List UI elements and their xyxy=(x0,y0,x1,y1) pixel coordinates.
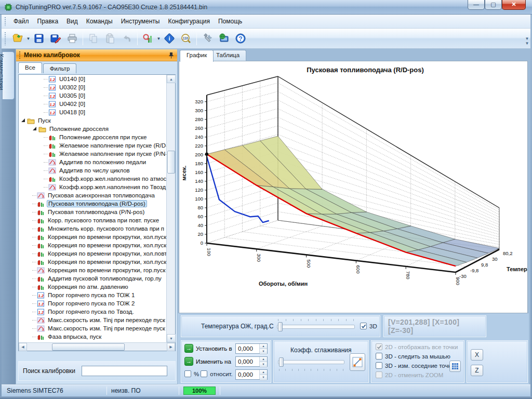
tree-item-label[interactable]: Корр. пускового топлива при повт. пуске xyxy=(47,217,160,223)
tree-item-label[interactable]: Пусковая топливоподача (P/N-pos) xyxy=(47,209,145,215)
tree-item[interactable]: 1.2U0418 [0] xyxy=(19,108,166,116)
tree-item-label[interactable]: Пусковая асинхронная топливоподача xyxy=(47,192,156,198)
help-button[interactable]: ? xyxy=(233,31,248,46)
smoothing-slider-track[interactable] xyxy=(278,360,344,364)
apply-set-button[interactable]: → xyxy=(184,344,193,353)
maximize-button[interactable]: ▢ xyxy=(485,0,502,10)
tree-item[interactable]: AПусковая асинхронная топливоподача xyxy=(19,191,166,200)
interpolate-button[interactable] xyxy=(350,353,365,371)
tree-item[interactable]: 1.2U0302 [0] xyxy=(19,83,166,91)
tree-item[interactable]: AМакс.скорость изм. Tinj при переходе пу… xyxy=(19,324,166,332)
tree-item-label[interactable]: Пуск xyxy=(37,117,52,124)
option-checkbox-2[interactable]: 3D - изм. соседние точки xyxy=(376,362,458,369)
tree-item[interactable]: 1.2U0305 [0] xyxy=(19,91,166,100)
paste-button[interactable] xyxy=(102,31,118,46)
checkbox-3d-box[interactable] xyxy=(360,323,367,329)
tree-item[interactable]: AАддитив по числу циклов xyxy=(19,166,166,175)
grid-button[interactable] xyxy=(449,361,461,372)
toolbar-overflow-icon[interactable]: ▼▼ xyxy=(524,30,530,47)
tree-item[interactable]: Желаемое наполнение при пуске (P/N-pos) xyxy=(19,150,166,158)
tree-item[interactable]: Фаза впрыска, пуск xyxy=(19,332,166,341)
sidebar-tab-0[interactable]: Все xyxy=(18,62,42,73)
axis-x-button[interactable]: X xyxy=(471,349,483,361)
tree-item[interactable]: Коррекция по времени прокрутки, хол.пуск xyxy=(19,241,166,249)
tree-item[interactable]: Коррекция по времени прокрутки, хол.пуск xyxy=(19,258,166,266)
tree-item-label[interactable]: U0302 [0] xyxy=(58,84,86,90)
apply-change-button[interactable]: → xyxy=(184,357,193,366)
tree-item-label[interactable]: U0418 [0] xyxy=(58,109,86,115)
chart-area[interactable]: 0204060801001201401601802002202402602803… xyxy=(179,61,528,313)
tree-item-label[interactable]: U0140 [0] xyxy=(58,76,86,82)
tree-item-label[interactable]: Макс.скорость изм. Tinj при переходе пус… xyxy=(47,317,166,323)
tree-item[interactable]: AКоррекция по времени прокрутки, гор.пус… xyxy=(19,266,166,274)
open-file-button[interactable] xyxy=(10,31,25,46)
tree-item-label[interactable]: Порог горячего пуска по ТОЖ 2 xyxy=(47,300,136,307)
set-value-spin-arrows[interactable]: ▲▼ xyxy=(259,344,267,353)
tab-grafik[interactable]: График xyxy=(180,50,214,62)
tree-item-label[interactable]: Коэфф.корр.жел.наполнения по атмосф. xyxy=(58,176,166,182)
tree-item-label[interactable]: Коррекция по времени прокрутки, гор.пуск xyxy=(47,267,166,273)
tree-item[interactable]: 1.2Порог горячего пуска по Твозд. xyxy=(19,308,166,316)
tree-vscroll-thumb[interactable] xyxy=(167,151,175,174)
tab-tablica[interactable]: Таблица xyxy=(209,50,246,61)
tree-item-label[interactable]: Макс.скорость изм. Tinj при переходе пус… xyxy=(47,325,166,331)
tree-item-label[interactable]: U0305 [0] xyxy=(58,92,86,99)
temperature-slider-track[interactable] xyxy=(277,325,355,329)
tree-item-label[interactable]: Аддитив по положению педали xyxy=(58,159,147,165)
tools-button[interactable] xyxy=(200,31,215,46)
checkbox-box[interactable] xyxy=(376,362,382,369)
menu-item-6[interactable]: Помощь xyxy=(214,16,246,27)
minimize-button[interactable]: — xyxy=(468,0,485,10)
tree-item-label[interactable]: Коэфф.корр.жел.наполнения по Твозд xyxy=(58,184,166,190)
checkbox-3d-view[interactable]: 3D xyxy=(360,323,377,329)
scroll-up-icon[interactable]: ▲ xyxy=(167,75,176,83)
dropdown-caret-icon[interactable]: ▼ xyxy=(26,31,31,46)
tree-item[interactable]: Желаемое наполнение при пуске (R/D-pos) xyxy=(19,141,166,150)
tree-horizontal-scrollbar[interactable]: ◀ ▶ xyxy=(19,342,175,351)
tree-item[interactable]: 1.2Порог горячего пуска по ТОЖ 2 xyxy=(19,299,166,308)
tree-item[interactable]: AКоэфф.корр.жел.наполнения по Твозд xyxy=(19,183,166,191)
menu-item-5[interactable]: Конфигурация xyxy=(164,16,214,27)
tree-item-label[interactable]: Фаза впрыска, пуск xyxy=(47,334,102,340)
tree-item-label-selected[interactable]: Пусковая топливоподача (R/D-pos) xyxy=(47,200,147,207)
tree-item-label[interactable]: Желаемое наполнение при пуске (P/N-pos) xyxy=(58,151,166,157)
expand-arrow-icon[interactable] xyxy=(32,126,37,131)
tree-item-label[interactable]: Коррекция по времени прокрутки, хол.пуск xyxy=(47,242,166,248)
scroll-down-icon[interactable]: ▼ xyxy=(167,334,176,342)
tree-hscroll-thumb[interactable] xyxy=(52,343,125,351)
tree-item[interactable]: Коррекция по атм. давлению xyxy=(19,283,166,291)
pin-icon[interactable] xyxy=(168,52,174,59)
tree-item-label[interactable]: Аддитив по числу циклов xyxy=(58,167,131,174)
tree-item-label[interactable]: Порог горячего пуска по Твозд. xyxy=(47,309,135,315)
tree-item[interactable]: Пусковая топливоподача (R/D-pos) xyxy=(19,200,166,208)
save-as-button[interactable] xyxy=(48,31,63,46)
tree-item[interactable]: Коэфф.корр.жел.наполнения по атмосф. xyxy=(19,175,166,183)
relative-value-spin-arrows[interactable]: ▲▼ xyxy=(259,370,267,379)
tree-item[interactable]: Коррекция по времени прокрутки, хол.пуск xyxy=(19,233,166,241)
close-button[interactable]: ✕ xyxy=(502,0,526,10)
tree-item[interactable]: Корр. пускового топлива при повт. пуске xyxy=(19,216,166,224)
tree-item-label[interactable]: Коррекция по времени прокрутки, хол.пуск xyxy=(47,234,166,240)
search-input[interactable] xyxy=(82,366,167,376)
menu-item-3[interactable]: Команды xyxy=(82,16,117,27)
tree-item[interactable]: 1.2Порог горячего пуска по ТОЖ 1 xyxy=(19,291,166,299)
checkbox-relative-box[interactable] xyxy=(201,370,207,377)
set-value-spinbox[interactable]: 0,000 ▲▼ xyxy=(235,343,268,354)
undo-button[interactable] xyxy=(119,31,135,46)
tree-item-label[interactable]: Коррекция по времени прокрутки, хол.пуск xyxy=(47,259,166,265)
copy-button[interactable] xyxy=(86,31,101,46)
sidebar-tab-1[interactable]: Фильтр xyxy=(43,63,77,73)
relative-value-spinbox[interactable]: 0,000 ▲▼ xyxy=(235,369,268,380)
checkbox-percent-box[interactable] xyxy=(184,370,191,377)
tree-vertical-scrollbar[interactable]: ▲ ▼ xyxy=(166,75,175,342)
menu-item-1[interactable]: Правка xyxy=(33,16,63,27)
web-button[interactable] xyxy=(216,31,232,46)
tree-item[interactable]: Множитель корр. пускового топлива при п xyxy=(19,224,166,233)
dropdown-caret-icon[interactable]: ▼ xyxy=(156,31,161,46)
smoothing-slider-thumb[interactable] xyxy=(279,357,284,367)
axis-z-button[interactable]: Z xyxy=(471,365,483,376)
temperature-slider-thumb[interactable] xyxy=(278,322,283,331)
comments-tab[interactable]: Комментарии xyxy=(3,51,15,100)
tree-item[interactable]: Пусковая топливоподача (P/N-pos) xyxy=(19,208,166,216)
change-value-spinbox[interactable]: 0,000 ▲▼ xyxy=(235,356,268,367)
